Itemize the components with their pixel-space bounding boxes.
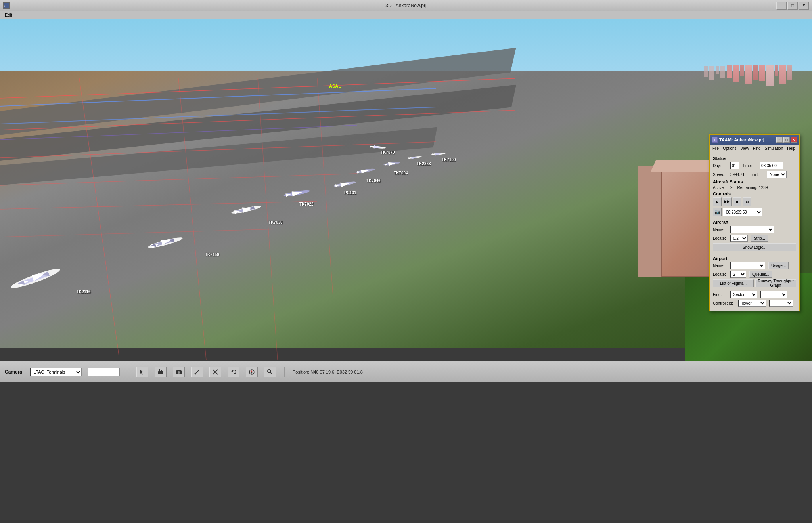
search-tool-button[interactable] bbox=[264, 367, 276, 377]
app-menu-bar: Edit bbox=[0, 11, 812, 19]
find-value-select[interactable] bbox=[760, 291, 787, 298]
runway-throughput-button[interactable]: Runway Throughput Graph bbox=[755, 279, 796, 287]
city-background-2 bbox=[704, 66, 725, 80]
compass-tool-button[interactable] bbox=[246, 367, 258, 377]
fast-forward-button[interactable]: ▶▶ bbox=[723, 197, 732, 206]
minimize-button[interactable]: − bbox=[776, 2, 787, 10]
camera-select[interactable]: LTAC_Terminals LTAC_Overview LTAC_Runway bbox=[30, 368, 82, 376]
svg-line-71 bbox=[270, 372, 272, 374]
stop-button[interactable]: ■ bbox=[733, 197, 741, 206]
menu-item-edit[interactable]: Edit bbox=[2, 12, 15, 18]
taam-menu-file[interactable]: File bbox=[710, 146, 721, 151]
status-speed-row: Speed: 3994.71 Limit: None 1x 2x 4x bbox=[713, 171, 796, 178]
aircraft-name-row: Name: bbox=[713, 226, 796, 233]
camera-icon bbox=[176, 369, 182, 375]
undo-icon bbox=[230, 369, 237, 375]
queues-button[interactable]: Queues... bbox=[749, 271, 772, 278]
toolbar-sep-2 bbox=[284, 367, 285, 377]
speed-label: Speed: bbox=[713, 172, 729, 177]
taam-menu-view[interactable]: View bbox=[739, 146, 751, 151]
taam-menu-bar: File Options View Find Simulation Help bbox=[710, 145, 799, 152]
camera-label: Camera: bbox=[5, 369, 24, 375]
find-type-select[interactable]: Sector Gate Runway bbox=[730, 291, 757, 298]
cross-tool-button[interactable] bbox=[209, 367, 221, 377]
taam-icon: T bbox=[712, 137, 718, 143]
time-select[interactable]: 00:23:09:59 bbox=[723, 208, 762, 216]
taam-maximize-btn[interactable]: □ bbox=[783, 137, 790, 143]
limit-label: Limit: bbox=[749, 172, 765, 177]
position-display: Position: N40 07 19.6, E032 59 01.8 bbox=[293, 370, 363, 374]
taam-title: TAAM: AnkaraNew.prj bbox=[719, 137, 764, 142]
controls-section-title: Controls bbox=[713, 191, 796, 196]
taam-content: Status Day: Time: Speed: 3994.71 Limit: … bbox=[710, 152, 799, 311]
svg-point-70 bbox=[268, 370, 271, 373]
svg-text:3: 3 bbox=[4, 4, 6, 8]
airport-name-row: Name: Usage... bbox=[713, 262, 796, 269]
pan-icon bbox=[157, 369, 164, 375]
taam-title-bar: T TAAM: AnkaraNew.prj − □ ✕ bbox=[710, 135, 799, 145]
list-flights-button[interactable]: List of Flights... bbox=[713, 279, 754, 287]
taam-window-controls: − □ ✕ bbox=[776, 137, 797, 143]
speed-value: 3994.71 bbox=[730, 172, 745, 177]
airport-locate-select[interactable]: 2 bbox=[730, 271, 746, 278]
time-label: Time: bbox=[742, 164, 758, 168]
status-bar: Camera: LTAC_Terminals LTAC_Overview LTA… bbox=[0, 361, 812, 382]
status-section-title: Status bbox=[713, 156, 796, 161]
aircraft-status-row: Active: 9 Remaining: 1239 bbox=[713, 185, 796, 190]
taam-menu-options[interactable]: Options bbox=[721, 146, 738, 151]
usage-button[interactable]: Usage... bbox=[768, 262, 789, 269]
controllers-value-select[interactable] bbox=[769, 300, 793, 307]
play-button[interactable]: ▶ bbox=[713, 197, 722, 206]
camera-button[interactable]: 📷 bbox=[713, 208, 722, 216]
viewport-3d[interactable]: ASAL bbox=[0, 19, 812, 361]
close-button[interactable]: ✕ bbox=[799, 2, 809, 10]
undo-tool-button[interactable] bbox=[228, 367, 239, 377]
taam-menu-find[interactable]: Find bbox=[751, 146, 762, 151]
aircraft-section-title: Aircraft bbox=[713, 220, 796, 225]
camera-value-input[interactable] bbox=[88, 368, 120, 376]
day-input[interactable] bbox=[730, 162, 739, 169]
svg-marker-69 bbox=[251, 372, 253, 374]
compass-icon bbox=[249, 369, 255, 375]
svg-rect-54 bbox=[159, 369, 160, 371]
window-title: 3D - AnkaraNew.prj bbox=[385, 3, 426, 8]
cursor-tool-button[interactable] bbox=[136, 367, 148, 377]
aircraft-locate-label: Locate: bbox=[713, 236, 729, 241]
remaining-value: 1239 bbox=[759, 185, 768, 190]
airport-name-label: Name: bbox=[713, 263, 729, 268]
taam-menu-simulation[interactable]: Simulation bbox=[763, 146, 785, 151]
aircraft-name-label: Name: bbox=[713, 227, 729, 232]
cross-icon bbox=[212, 369, 218, 375]
taam-panel: T TAAM: AnkaraNew.prj − □ ✕ File Options… bbox=[709, 134, 800, 311]
toolbar-sep-1 bbox=[128, 367, 128, 377]
rewind-button[interactable]: ⏮ bbox=[743, 197, 751, 206]
aircraft-locate-row: Locate: 0.2 Strip... bbox=[713, 235, 796, 242]
svg-point-58 bbox=[178, 371, 180, 374]
app-icon: 3 bbox=[3, 2, 10, 9]
airport-section-title: Airport bbox=[713, 256, 796, 261]
show-logic-button[interactable]: Show Logic... bbox=[713, 243, 796, 251]
taam-close-btn[interactable]: ✕ bbox=[791, 137, 797, 143]
taam-menu-help[interactable]: Help bbox=[785, 146, 797, 151]
cursor-icon bbox=[139, 369, 146, 375]
aircraft-name-select[interactable] bbox=[730, 226, 774, 233]
svg-rect-56 bbox=[158, 371, 163, 374]
time-controls-row: 📷 00:23:09:59 bbox=[713, 208, 796, 216]
active-label: Active: bbox=[713, 185, 729, 190]
taam-minimize-btn[interactable]: − bbox=[776, 137, 783, 143]
status-day-row: Day: Time: bbox=[713, 162, 796, 169]
limit-select[interactable]: None 1x 2x 4x bbox=[767, 171, 787, 178]
pan-tool-button[interactable] bbox=[155, 367, 167, 377]
measure-tool-button[interactable] bbox=[191, 367, 203, 377]
controllers-type-select[interactable]: Tower Approach Ground bbox=[738, 300, 766, 307]
airport-locate-label: Locate: bbox=[713, 272, 729, 277]
maximize-button[interactable]: □ bbox=[787, 2, 798, 10]
find-label: Find: bbox=[713, 292, 729, 297]
remaining-label: Remaining: bbox=[737, 185, 758, 190]
camera-tool-button[interactable] bbox=[173, 367, 185, 377]
svg-marker-53 bbox=[140, 370, 144, 375]
aircraft-locate-select[interactable]: 0.2 bbox=[730, 235, 748, 242]
airport-name-select[interactable] bbox=[730, 262, 765, 269]
time-input[interactable] bbox=[760, 162, 783, 169]
strip-button[interactable]: Strip... bbox=[751, 235, 768, 242]
